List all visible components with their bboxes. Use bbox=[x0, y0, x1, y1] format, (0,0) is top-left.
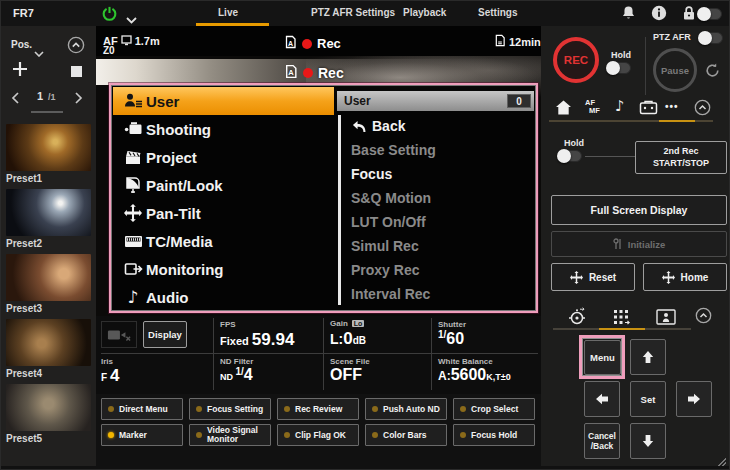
lock-toggle[interactable] bbox=[698, 8, 722, 20]
white-balance-value[interactable]: A:5600K,T±0 bbox=[438, 366, 511, 384]
fps-value[interactable]: Fixed 59.94 bbox=[220, 330, 294, 350]
gain-value[interactable]: L:0dB bbox=[330, 329, 366, 349]
gain-lo-badge: Lo bbox=[352, 320, 365, 327]
iris-label: Iris bbox=[101, 357, 113, 366]
white-balance-label: White Balance bbox=[438, 357, 493, 366]
af-mf-tab-icon[interactable]: AFMF bbox=[585, 99, 600, 116]
tab-settings[interactable]: Settings bbox=[478, 7, 517, 18]
fps-label: FPS bbox=[220, 320, 236, 329]
assignable-button-marker[interactable]: Marker bbox=[101, 424, 183, 446]
power-icon[interactable] bbox=[101, 5, 118, 26]
menu-item-audio[interactable]: ♪ Audio bbox=[113, 283, 334, 311]
resize-grip[interactable] bbox=[718, 458, 726, 466]
nd-filter-value[interactable]: ND 1/4 bbox=[220, 366, 253, 384]
preset-label-5: Preset5 bbox=[6, 433, 42, 444]
panel-collapse-icon[interactable] bbox=[694, 99, 711, 120]
submenu-item-focus[interactable]: Focus bbox=[337, 163, 534, 185]
tab-live[interactable]: Live bbox=[218, 7, 238, 18]
arrow-down-button[interactable] bbox=[630, 423, 666, 459]
button-grid-tab-icon[interactable] bbox=[613, 309, 630, 330]
assignable-button-focus-hold[interactable]: Focus Hold bbox=[453, 424, 535, 446]
menu-item-monitoring[interactable]: Monitoring bbox=[113, 255, 334, 283]
assign-lamp bbox=[372, 406, 378, 412]
rec-button[interactable]: REC bbox=[553, 37, 599, 83]
assign-lamp bbox=[460, 432, 466, 438]
afr-restart-icon[interactable] bbox=[704, 62, 721, 83]
menu-item-tc-media[interactable]: TC/Media bbox=[113, 227, 334, 255]
rec-dot bbox=[302, 39, 312, 49]
rec-status-label: Rec bbox=[317, 36, 341, 51]
arrow-up-button[interactable] bbox=[630, 339, 666, 375]
panel-collapse-icon[interactable] bbox=[695, 307, 712, 328]
add-preset-button[interactable] bbox=[11, 60, 29, 82]
cancel-back-button[interactable]: Cancel/Back bbox=[584, 423, 620, 459]
position-chevron-down-icon[interactable] bbox=[34, 43, 44, 61]
assignable-button-crop-select[interactable]: Crop Select bbox=[453, 398, 535, 420]
preset-label-3: Preset3 bbox=[6, 303, 42, 314]
info-icon[interactable] bbox=[651, 5, 667, 25]
menu-item-project[interactable]: Project bbox=[113, 143, 334, 171]
stream-off-button bbox=[101, 321, 137, 348]
full-screen-display-button[interactable]: Full Screen Display bbox=[551, 195, 727, 225]
more-tab-icon[interactable]: ••• bbox=[665, 101, 679, 112]
arrow-left-icon bbox=[595, 392, 609, 406]
menu-button[interactable]: Menu bbox=[584, 340, 621, 375]
pan-tilt-icon bbox=[120, 204, 146, 222]
tab-playback[interactable]: Playback bbox=[403, 7, 446, 18]
assignable-button-rec-review[interactable]: Rec Review bbox=[277, 398, 359, 420]
preset-page-current: 1 bbox=[37, 90, 43, 102]
menu-item-pan-tilt[interactable]: Pan-Tilt bbox=[113, 199, 334, 227]
tab-ptz-afr-settings[interactable]: PTZ AFR Settings bbox=[311, 7, 395, 18]
assignable-button-push-auto-nd[interactable]: Push Auto ND bbox=[365, 398, 447, 420]
preset-thumbnail-1[interactable] bbox=[6, 124, 91, 171]
panel-collapse-icon[interactable] bbox=[67, 36, 85, 58]
menu-item-user[interactable]: User bbox=[113, 87, 334, 115]
assignable-button-focus-setting[interactable]: Focus Setting bbox=[189, 398, 271, 420]
second-rec-start-stop-button[interactable]: 2nd RecSTART/STOP bbox=[635, 141, 727, 174]
notification-bell-icon[interactable] bbox=[621, 5, 636, 25]
position-group-label[interactable]: Pos. bbox=[11, 39, 32, 50]
camera-menu-overlay: User Shooting Project Paint/Look Pan-Til… bbox=[109, 83, 538, 313]
set-button[interactable]: Set bbox=[630, 381, 666, 417]
stop-button[interactable] bbox=[71, 66, 82, 77]
audio-tab-icon[interactable]: ♪ bbox=[615, 97, 625, 115]
preset-page-prev-icon[interactable] bbox=[11, 90, 19, 108]
tracking-tab-icon[interactable] bbox=[656, 309, 676, 329]
ptz-afr-toggle[interactable] bbox=[699, 32, 723, 44]
pan-tilt-reset-button[interactable]: Reset bbox=[551, 263, 635, 291]
focus-area-icon bbox=[121, 32, 132, 50]
preset-thumbnail-4[interactable] bbox=[6, 319, 91, 366]
arrow-left-button[interactable] bbox=[584, 381, 620, 417]
iris-value[interactable]: F 4 bbox=[101, 366, 119, 386]
user-icon bbox=[120, 92, 146, 110]
home-tab-icon[interactable] bbox=[555, 100, 572, 119]
menu-item-shooting[interactable]: Shooting bbox=[113, 115, 334, 143]
submenu-item-sq-motion: S&Q Motion bbox=[337, 187, 534, 209]
second-rec-hold-toggle[interactable] bbox=[558, 150, 582, 162]
menu-item-paint-look[interactable]: Paint/Look bbox=[113, 171, 334, 199]
display-button[interactable]: Display bbox=[143, 321, 187, 348]
preset-thumbnail-2[interactable] bbox=[6, 189, 91, 236]
submenu-item-proxy-rec: Proxy Rec bbox=[337, 259, 534, 281]
four-way-icon bbox=[662, 271, 675, 284]
preset-thumbnail-5[interactable] bbox=[6, 384, 91, 431]
preset-label-4: Preset4 bbox=[6, 368, 42, 379]
submenu-item-back[interactable]: Back bbox=[337, 115, 534, 137]
assignable-button-direct-menu[interactable]: Direct Menu bbox=[101, 398, 183, 420]
arrow-down-icon bbox=[641, 434, 655, 448]
media-tab-icon[interactable] bbox=[639, 100, 658, 119]
submenu-title: User bbox=[344, 94, 371, 108]
overlay-rec-dot bbox=[303, 68, 313, 78]
arrow-right-button[interactable] bbox=[676, 381, 712, 417]
pan-tilt-home-button[interactable]: Home bbox=[643, 263, 727, 291]
shutter-value[interactable]: 1/60 bbox=[438, 329, 464, 348]
assignable-button-clip-flag-ok[interactable]: Clip Flag OK bbox=[277, 424, 359, 446]
assignable-button-video-signal-monitor[interactable]: Video Signal Monitor bbox=[189, 424, 271, 446]
preset-panel: Pos. 1 /1 Preset1 Preset2 Preset3 Preset… bbox=[1, 26, 96, 466]
info-divider bbox=[323, 318, 324, 390]
preset-thumbnail-3[interactable] bbox=[6, 254, 91, 301]
rec-hold-toggle[interactable] bbox=[607, 62, 631, 74]
scene-file-value[interactable]: OFF bbox=[330, 366, 362, 384]
assignable-button-color-bars[interactable]: Color Bars bbox=[365, 424, 447, 446]
preset-page-next-icon[interactable] bbox=[75, 90, 83, 108]
